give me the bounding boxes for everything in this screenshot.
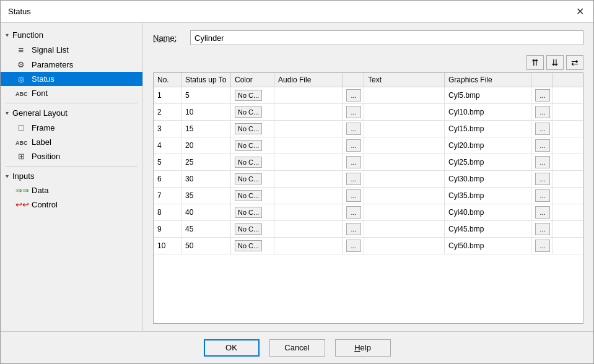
sidebar-group-inputs-header[interactable]: ▾ Inputs [1,169,142,183]
cell-no: 5 [154,154,181,170]
name-input[interactable] [190,30,583,45]
sidebar-item-signal-list[interactable]: Signal List [1,42,142,58]
graphics-browse-button[interactable]: ... [535,106,550,118]
graphics-browse-button[interactable]: ... [535,156,550,168]
cell-color: No C... [231,121,274,137]
graphics-browse-button[interactable]: ... [535,173,550,185]
color-button[interactable]: No C... [235,140,262,151]
table-row: 8 40 No C... ... Cyl40.bmp ... [154,204,583,221]
toolbar-swap-button[interactable]: ⇄ [566,55,583,70]
cell-audio-btn: ... [343,238,364,254]
audio-browse-button[interactable]: ... [346,206,361,219]
cell-audio [274,171,343,187]
sidebar-item-position-label: Position [32,152,60,161]
cell-graphics: Cyl10.bmp [445,104,531,120]
color-button[interactable]: No C... [235,190,262,201]
table-row: 7 35 No C... ... Cyl35.bmp ... [154,188,583,204]
audio-browse-button[interactable]: ... [346,89,361,102]
table-row: 3 15 No C... ... Cyl15.bmp ... [154,121,583,137]
cell-no: 3 [154,121,181,137]
cell-color: No C... [231,221,274,237]
cell-audio-btn: ... [343,221,364,237]
color-button[interactable]: No C... [235,106,262,118]
toolbar-add-button[interactable]: ⇈ [526,55,544,70]
graphics-browse-button[interactable]: ... [535,240,550,252]
audio-browse-button[interactable]: ... [346,223,361,235]
toolbar-remove-button[interactable]: ⇊ [546,55,564,70]
cell-color: No C... [231,87,274,103]
control-icon: ↩ [15,200,27,209]
cell-text [364,137,445,154]
status-icon [15,74,27,84]
close-button[interactable]: ✕ [574,6,586,18]
graphics-browse-button[interactable]: ... [535,139,550,152]
audio-browse-button[interactable]: ... [346,106,361,118]
color-button[interactable]: No C... [235,157,262,168]
sidebar-item-data[interactable]: ⇒ Data [1,183,142,197]
sidebar-item-font[interactable]: Font [1,86,142,100]
graphics-browse-button[interactable]: ... [535,123,550,135]
cell-status: 40 [181,204,231,220]
cell-audio [274,221,343,237]
cell-color: No C... [231,238,274,254]
cell-audio-btn: ... [343,204,364,220]
chevron-down-icon: ▾ [6,32,9,38]
cell-color: No C... [231,154,274,170]
cell-graphics-btn: ... [531,238,553,254]
cell-status: 25 [181,154,231,170]
audio-browse-button[interactable]: ... [346,189,361,202]
table-row: 4 20 No C... ... Cyl20.bmp ... [154,137,583,154]
cell-color: No C... [231,204,274,220]
name-row: Name: [153,30,583,45]
audio-browse-button[interactable]: ... [346,173,361,185]
sidebar-item-control-label: Control [32,200,58,209]
audio-browse-button[interactable]: ... [346,123,361,135]
cell-status: 50 [181,238,231,254]
name-label: Name: [153,33,190,43]
title-bar: Status ✕ [1,1,593,23]
sidebar-group-function-label: Function [12,30,43,40]
graphics-browse-button[interactable]: ... [535,89,550,102]
sidebar-item-control[interactable]: ↩ Control [1,197,142,212]
sidebar-item-parameters-label: Parameters [32,60,73,69]
sidebar-item-label[interactable]: Label [1,135,142,149]
sidebar-group-inputs-label: Inputs [12,171,34,181]
sidebar-item-parameters[interactable]: Parameters [1,58,142,72]
sidebar-item-position[interactable]: Position [1,149,142,163]
color-button[interactable]: No C... [235,173,262,184]
audio-browse-button[interactable]: ... [346,156,361,168]
sidebar-group-general-layout-header[interactable]: ▾ General Layout [1,106,142,120]
graphics-browse-button[interactable]: ... [535,189,550,202]
cell-audio-btn: ... [343,121,364,137]
cell-status: 5 [181,87,231,103]
color-button[interactable]: No C... [235,223,262,235]
color-button[interactable]: No C... [235,123,262,134]
cancel-button[interactable]: Cancel [269,339,325,357]
sidebar-item-frame[interactable]: Frame [1,120,142,135]
cell-audio [274,154,343,170]
col-audio: Audio File [274,73,343,87]
graphics-browse-button[interactable]: ... [535,223,550,235]
cell-graphics: Cyl40.bmp [445,204,531,220]
cell-audio [274,104,343,120]
ok-button[interactable]: OK [204,339,260,357]
sidebar-item-font-label: Font [32,89,48,98]
gear-icon [15,60,27,69]
sidebar-group-function-header[interactable]: ▾ Function [1,28,142,42]
color-button[interactable]: No C... [235,240,262,251]
color-button[interactable]: No C... [235,90,262,101]
sidebar-item-status[interactable]: Status [1,72,142,86]
cell-text [364,104,445,120]
help-button[interactable]: Help [335,339,391,357]
footer: OK Cancel Help [1,331,593,363]
cell-color: No C... [231,171,274,187]
sidebar-item-signal-list-label: Signal List [32,45,69,54]
table-container: No. Status up To Color Audio File Text G… [153,72,583,324]
col-graphics: Graphics File [445,73,531,87]
separator-2 [6,166,138,167]
audio-browse-button[interactable]: ... [346,139,361,152]
audio-browse-button[interactable]: ... [346,240,361,252]
graphics-browse-button[interactable]: ... [535,206,550,219]
cell-graphics-btn: ... [531,204,553,220]
color-button[interactable]: No C... [235,207,262,218]
